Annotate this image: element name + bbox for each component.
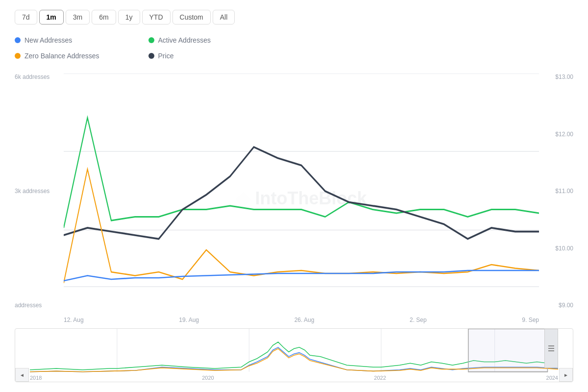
legend-dot-price <box>148 53 154 59</box>
legend-label-new-addresses: New Addresses <box>24 36 72 44</box>
y-label-right: $13.00 <box>539 74 573 80</box>
scroll-handle[interactable] <box>544 329 558 368</box>
y-label-bottom: addresses <box>15 302 64 309</box>
time-btn-1y[interactable]: 1y <box>118 10 140 24</box>
time-btn-all[interactable]: All <box>213 10 235 24</box>
y-label-mid: 3k addresses <box>15 188 64 195</box>
y-label-right: $12.00 <box>539 131 573 138</box>
time-btn-3m[interactable]: 3m <box>66 10 90 24</box>
legend-item-zero-balance: Zero Balance Addresses <box>15 52 99 60</box>
scroll-right-button[interactable]: ► <box>559 368 573 382</box>
mini-year-label: 2024 <box>546 375 558 381</box>
time-btn-ytd[interactable]: YTD <box>142 10 171 24</box>
main-chart-svg <box>64 74 539 309</box>
zero-balance-line <box>64 169 539 283</box>
mini-year-label: 2022 <box>374 375 386 381</box>
legend-item-price: Price <box>148 52 233 60</box>
active-addresses-line <box>64 118 539 228</box>
scroll-left-button[interactable]: ◄ <box>15 368 29 382</box>
mini-year-labels: 2018202020222024 <box>30 374 558 382</box>
chart-legend: New AddressesActive AddressesZero Balanc… <box>15 36 573 64</box>
x-axis: 12. Aug19. Aug26. Aug2. Sep9. Sep <box>64 315 539 323</box>
legend-dot-zero-balance <box>15 53 21 59</box>
time-btn-1m[interactable]: 1m <box>39 10 64 24</box>
svg-rect-8 <box>468 329 548 372</box>
mini-chart: 2018202020222024 ◄ ► <box>15 328 573 382</box>
x-label: 2. Sep <box>410 317 427 323</box>
x-label: 9. Sep <box>522 317 539 323</box>
x-label: 26. Aug <box>294 317 315 323</box>
x-label: 12. Aug <box>64 317 84 323</box>
y-axis-right: $13.00$12.00$11.00$10.00$9.00 <box>539 74 573 323</box>
time-btn-custom[interactable]: Custom <box>172 10 211 24</box>
legend-dot-new-addresses <box>15 37 21 43</box>
mini-year-label: 2018 <box>30 375 42 381</box>
y-label-right: $10.00 <box>539 245 573 252</box>
time-btn-6m[interactable]: 6m <box>92 10 116 24</box>
legend-dot-active-addresses <box>148 37 154 43</box>
legend-label-zero-balance: Zero Balance Addresses <box>24 52 99 60</box>
x-label: 19. Aug <box>179 317 199 323</box>
time-range-selector: 7d1m3m6m1yYTDCustomAll <box>15 10 573 24</box>
legend-item-active-addresses: Active Addresses <box>148 36 233 44</box>
legend-item-new-addresses: New Addresses <box>15 36 99 44</box>
legend-label-price: Price <box>158 52 174 60</box>
main-chart: 6k addresses 3k addresses addresses <box>15 74 573 323</box>
y-axis-left: 6k addresses 3k addresses addresses <box>15 74 64 323</box>
mini-year-label: 2020 <box>202 375 214 381</box>
chart-svg-container: ◈ IntoTheBlock 12. Aug19. Aug26. Aug2. S… <box>64 74 539 323</box>
time-btn-7d[interactable]: 7d <box>15 10 37 24</box>
y-label-right: $9.00 <box>539 302 573 309</box>
legend-label-active-addresses: Active Addresses <box>158 36 211 44</box>
y-label-right: $11.00 <box>539 188 573 195</box>
y-label-top: 6k addresses <box>15 74 64 80</box>
price-line <box>64 147 539 239</box>
chart-area: 6k addresses 3k addresses addresses <box>15 74 573 382</box>
main-container: 7d1m3m6m1yYTDCustomAll New AddressesActi… <box>0 0 588 392</box>
